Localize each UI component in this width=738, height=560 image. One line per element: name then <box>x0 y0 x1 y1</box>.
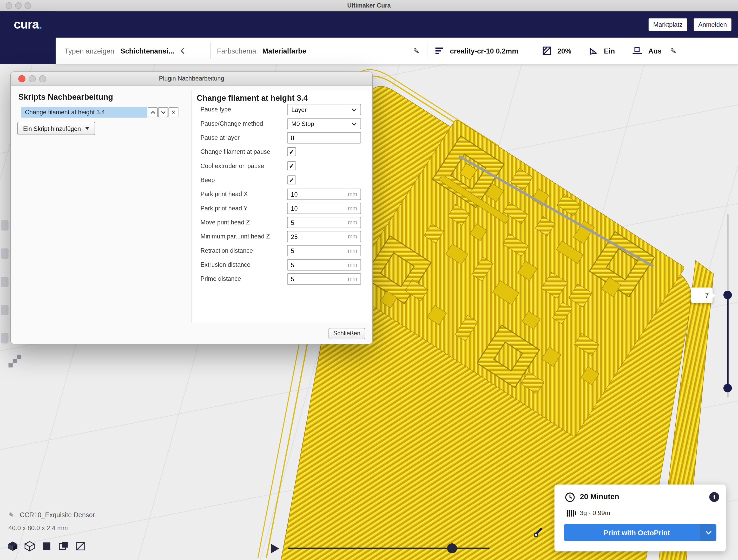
layer-slider-top-handle[interactable] <box>723 291 732 299</box>
field-label: Cool extruder on pause <box>201 159 264 173</box>
print-options-dropdown[interactable] <box>700 524 716 541</box>
field-label: Minimum par...rint head Z <box>201 229 270 243</box>
chevron-down-icon <box>161 111 165 114</box>
field-row: Change filament at pause ✓ <box>192 145 371 159</box>
view-top-icon[interactable] <box>41 541 52 551</box>
support-icon <box>589 46 598 55</box>
window-zoom-icon[interactable] <box>24 2 31 9</box>
printer-profile-value[interactable]: creality-cr-10 0.2mm <box>450 47 518 55</box>
view-right-icon[interactable] <box>75 541 86 551</box>
field-label: Pause/Change method <box>201 117 263 131</box>
print-with-octoprint-button[interactable]: Print with OctoPrint <box>564 524 716 541</box>
tool-icon-fragment[interactable] <box>1 276 9 287</box>
field-label: Prime distance <box>201 272 241 286</box>
info-icon[interactable]: i <box>709 492 719 502</box>
field-label: Park print head Y <box>201 201 248 215</box>
field-row: Extrusion distance mm <box>192 258 371 272</box>
pause-type-select[interactable]: Layer <box>287 104 361 115</box>
view-toolbar: Typen anzeigen Schichtenansi... Farbsche… <box>56 38 738 64</box>
field-row: Park print head X mm <box>192 187 371 201</box>
beep-checkbox[interactable]: ✓ <box>287 175 296 184</box>
field-label: Pause at layer <box>201 131 240 145</box>
view-type-group[interactable]: Typen anzeigen Schichtenansi... <box>64 38 185 64</box>
color-scheme-value[interactable]: Materialfarbe <box>263 47 306 55</box>
window-close-icon[interactable] <box>6 2 12 9</box>
change-filament-checkbox[interactable]: ✓ <box>287 147 296 156</box>
per-model-settings-icon[interactable] <box>8 354 23 369</box>
layer-slider-range[interactable] <box>727 299 728 389</box>
profile-layers-icon <box>435 47 444 55</box>
tool-icon-fragment[interactable] <box>1 305 9 315</box>
toolbar-divider <box>211 42 211 59</box>
simulation-slider-handle[interactable] <box>447 543 457 553</box>
support-value[interactable]: Ein <box>604 47 615 55</box>
select-value: M0 Stop <box>288 120 352 127</box>
camera-view-buttons <box>8 541 86 551</box>
move-script-down-button[interactable] <box>158 107 168 117</box>
dialog-zoom-icon <box>39 75 46 82</box>
settings-heading: Change filament at height 3.4 <box>197 93 308 103</box>
signin-button[interactable]: Anmelden <box>694 18 732 31</box>
script-settings-card: Change filament at height 3.4 Pause type… <box>192 90 371 323</box>
add-script-label: Ein Skript hinzufügen <box>23 125 81 132</box>
field-label: Beep <box>201 173 215 187</box>
window-title: Ultimaker Cura <box>0 0 738 11</box>
dialog-titlebar[interactable]: Plugin Nachbearbeitung <box>11 72 372 86</box>
unit-label: mm <box>348 188 357 200</box>
macos-titlebar: Ultimaker Cura <box>0 0 738 12</box>
infill-icon <box>542 46 551 55</box>
script-list-item[interactable]: Change filament at height 3.4 <box>21 107 147 118</box>
adhesion-icon <box>633 46 642 55</box>
app-header: VORBEREITEN VORSCHAU ÜBERWACHEN Marktpla… <box>0 11 738 37</box>
adjust-tools-icon[interactable] <box>533 526 545 538</box>
field-row: Cool extruder on pause ✓ <box>192 159 371 173</box>
cool-extruder-checkbox[interactable]: ✓ <box>287 161 296 170</box>
cura-logo-block: cura. <box>0 11 56 64</box>
pause-at-layer-input[interactable] <box>287 132 361 143</box>
field-row: Pause type Layer <box>192 103 371 117</box>
dialog-close-icon[interactable] <box>18 75 25 82</box>
unit-label: mm <box>348 231 357 242</box>
field-label: Park print head X <box>201 187 248 201</box>
window-minimize-icon[interactable] <box>15 2 22 9</box>
move-script-up-button[interactable] <box>148 107 158 117</box>
layer-slider-bottom-handle[interactable] <box>723 384 732 393</box>
field-row: Prime distance mm <box>192 272 371 286</box>
unit-label: mm <box>348 203 357 214</box>
add-script-dropdown[interactable]: Ein Skript hinzufügen <box>17 122 95 135</box>
simulation-slider-track[interactable] <box>288 548 489 549</box>
edit-print-settings-pencil-icon[interactable]: ✎ <box>670 46 676 55</box>
close-dialog-button[interactable]: Schließen <box>328 328 365 339</box>
cura-logo: cura. <box>0 17 56 32</box>
view-type-value[interactable]: Schichtenansi... <box>120 47 174 55</box>
field-row: Park print head Y mm <box>192 201 371 215</box>
edit-model-name-pencil-icon[interactable]: ✎ <box>9 511 14 518</box>
chevron-down-icon <box>705 531 712 534</box>
adhesion-value[interactable]: Aus <box>648 47 662 55</box>
edit-colorscheme-pencil-icon[interactable]: ✎ <box>413 46 419 55</box>
view-front-icon[interactable] <box>24 541 35 551</box>
play-button[interactable] <box>271 544 279 553</box>
view-3d-icon[interactable] <box>8 541 18 551</box>
chevron-up-icon <box>150 111 155 114</box>
print-settings-group[interactable]: creality-cr-10 0.2mm 20% Ein Aus <box>435 38 662 64</box>
infill-value[interactable]: 20% <box>558 47 572 55</box>
view-type-label: Typen anzeigen <box>64 47 114 55</box>
view-left-icon[interactable] <box>58 541 69 551</box>
scripts-heading: Skripts Nachbearbeitung <box>18 93 113 102</box>
print-button-label: Print with OctoPrint <box>604 529 670 537</box>
field-label: Extrusion distance <box>201 258 251 272</box>
check-icon: ✓ <box>289 177 294 183</box>
tool-icon-fragment[interactable] <box>1 220 9 231</box>
filament-spool-icon <box>567 510 576 517</box>
chevron-left-icon[interactable] <box>180 47 185 55</box>
field-row: Move print head Z mm <box>192 215 371 229</box>
field-row: Beep ✓ <box>192 173 371 187</box>
marketplace-button[interactable]: Marktplatz <box>649 18 687 31</box>
color-scheme-group[interactable]: Farbschema Materialfarbe <box>217 38 306 64</box>
pause-method-select[interactable]: M0 Stop <box>287 118 361 129</box>
tool-icon-fragment[interactable] <box>1 333 9 344</box>
select-value: Layer <box>288 106 352 113</box>
remove-script-button[interactable]: × <box>168 107 178 117</box>
tool-icon-fragment[interactable] <box>1 248 9 259</box>
